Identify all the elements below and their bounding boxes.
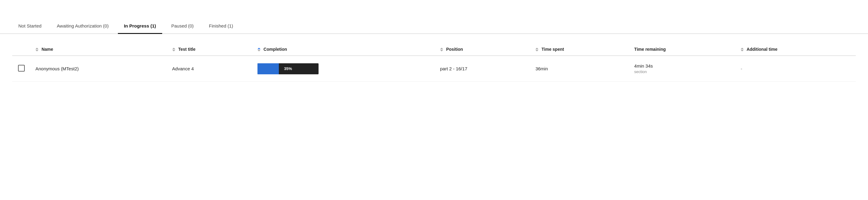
cell-time-spent: 36min bbox=[530, 56, 629, 82]
tab-in-progress[interactable]: In Progress (1) bbox=[118, 18, 162, 33]
tabs-bar: Not Started Awaiting Authorization (0) I… bbox=[0, 0, 868, 34]
col-name[interactable]: Name bbox=[31, 43, 167, 56]
cell-test-title: Advance 4 bbox=[167, 56, 253, 82]
sessions-table: Name Test title Completion bbox=[12, 43, 856, 82]
col-time-remaining: Time remaining bbox=[629, 43, 736, 56]
cell-time-remaining: 4min 34s section bbox=[629, 56, 736, 82]
progress-bar-label: 35% bbox=[257, 66, 318, 71]
cell-additional-time: - bbox=[736, 56, 856, 82]
row-checkbox[interactable] bbox=[18, 65, 25, 72]
sort-icon-position bbox=[440, 48, 443, 51]
sort-icon-name bbox=[35, 48, 38, 51]
tab-awaiting-authorization[interactable]: Awaiting Authorization (0) bbox=[51, 18, 115, 33]
tab-paused[interactable]: Paused (0) bbox=[165, 18, 200, 33]
table-row: Anonymous (MTest2) Advance 4 35% part 2 … bbox=[12, 56, 856, 82]
col-checkbox bbox=[12, 43, 31, 56]
progress-bar: 35% bbox=[257, 63, 318, 74]
col-test-title[interactable]: Test title bbox=[167, 43, 253, 56]
col-additional-time[interactable]: Additional time bbox=[736, 43, 856, 56]
col-position[interactable]: Position bbox=[435, 43, 530, 56]
table-header-row: Name Test title Completion bbox=[12, 43, 856, 56]
tab-not-started[interactable]: Not Started bbox=[12, 18, 48, 33]
time-remaining-sub: section bbox=[634, 69, 731, 75]
sort-icon-completion bbox=[257, 48, 260, 51]
cell-completion: 35% bbox=[253, 56, 435, 82]
main-table-container: Name Test title Completion bbox=[0, 43, 868, 82]
sort-icon-additional-time bbox=[741, 48, 744, 51]
sort-icon-time-spent bbox=[535, 48, 538, 51]
sort-icon-test-title bbox=[172, 48, 175, 51]
cell-position: part 2 - 16/17 bbox=[435, 56, 530, 82]
col-completion[interactable]: Completion bbox=[253, 43, 435, 56]
time-remaining-main: 4min 34s bbox=[634, 63, 731, 69]
tab-finished[interactable]: Finished (1) bbox=[203, 18, 239, 33]
row-checkbox-cell[interactable] bbox=[12, 56, 31, 82]
col-time-spent[interactable]: Time spent bbox=[530, 43, 629, 56]
cell-name: Anonymous (MTest2) bbox=[31, 56, 167, 82]
